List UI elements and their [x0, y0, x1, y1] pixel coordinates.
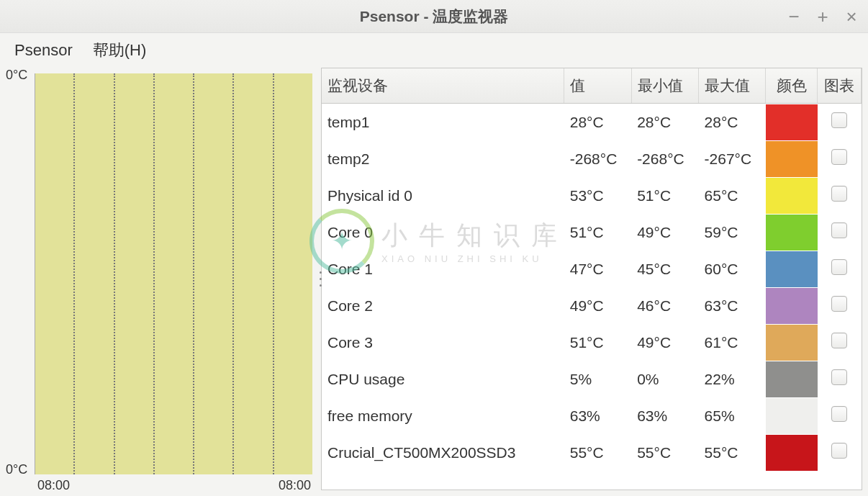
chart-grid-column	[234, 73, 273, 474]
color-swatch[interactable]	[766, 178, 818, 214]
header-sensor[interactable]: 监视设备	[322, 68, 564, 104]
content-area: 0°C 0°C 08:00 08:00	[0, 68, 868, 496]
table-row[interactable]: Physical id 053°C51°C65°C	[322, 177, 862, 214]
maximize-button[interactable]: +	[815, 9, 831, 24]
cell-value: 53°C	[564, 177, 631, 214]
close-button[interactable]: ×	[844, 9, 859, 24]
chart-grid-column	[75, 73, 114, 474]
cell-color[interactable]	[766, 361, 818, 397]
chart-body: 0°C 0°C 08:00 08:00	[6, 68, 317, 490]
table-row[interactable]: temp128°C28°C28°C	[322, 104, 862, 141]
cell-max: 63°C	[699, 287, 766, 324]
cell-value: 63%	[564, 397, 631, 434]
chart-checkbox[interactable]	[831, 222, 847, 238]
cell-color[interactable]	[766, 251, 818, 287]
chart-checkbox[interactable]	[831, 149, 847, 165]
menu-help[interactable]: 帮助(H)	[83, 34, 157, 67]
chart-grid-column	[194, 73, 234, 474]
cell-min: -268°C	[631, 140, 698, 177]
chart-checkbox[interactable]	[831, 443, 847, 459]
cell-min: 49°C	[631, 324, 698, 361]
x-axis-left-label: 08:00	[37, 478, 70, 493]
cell-min: 46°C	[631, 287, 698, 324]
cell-color[interactable]	[766, 287, 818, 324]
color-swatch[interactable]	[766, 104, 818, 140]
table-row[interactable]: free memory63%63%65%	[322, 397, 862, 434]
cell-color[interactable]	[766, 104, 818, 141]
pane-divider-handle[interactable]	[318, 270, 322, 289]
color-swatch[interactable]	[766, 398, 818, 434]
cell-max: 61°C	[699, 324, 766, 361]
cell-color[interactable]	[766, 397, 818, 434]
header-min[interactable]: 最小值	[631, 68, 698, 104]
x-axis-right-label: 08:00	[279, 478, 311, 493]
cell-color[interactable]	[766, 177, 818, 214]
chart-grid-column	[155, 73, 194, 474]
header-max[interactable]: 最大值	[699, 68, 766, 104]
cell-min: 28°C	[631, 104, 698, 141]
chart-checkbox[interactable]	[831, 112, 847, 128]
menubar: Psensor 帮助(H)	[0, 33, 868, 68]
sensor-table: 监视设备 值 最小值 最大值 颜色 图表 temp128°C28°C28°Cte…	[322, 68, 862, 471]
table-row[interactable]: temp2-268°C-268°C-267°C	[322, 140, 862, 177]
cell-chart	[818, 434, 862, 471]
cell-max: -267°C	[699, 140, 766, 177]
window-controls: − + ×	[786, 0, 859, 32]
cell-min: 49°C	[631, 214, 698, 251]
chart-grid-column	[115, 73, 155, 474]
chart-checkbox[interactable]	[831, 296, 847, 312]
cell-max: 22%	[699, 361, 766, 397]
header-color[interactable]: 颜色	[766, 68, 818, 104]
color-swatch[interactable]	[766, 251, 818, 287]
color-swatch[interactable]	[766, 215, 818, 251]
cell-sensor-name: free memory	[322, 397, 564, 434]
table-row[interactable]: Crucial_CT500MX200SSD355°C55°C55°C	[322, 434, 862, 471]
cell-color[interactable]	[766, 434, 818, 471]
cell-min: 63%	[631, 397, 698, 434]
color-swatch[interactable]	[766, 361, 818, 397]
color-swatch[interactable]	[766, 435, 818, 471]
cell-min: 0%	[631, 361, 698, 397]
color-swatch[interactable]	[766, 141, 818, 177]
chart-grid-column	[35, 73, 75, 474]
table-row[interactable]: Core 351°C49°C61°C	[322, 324, 862, 361]
cell-max: 65%	[699, 397, 766, 434]
chart-pane: 0°C 0°C 08:00 08:00	[6, 68, 317, 490]
cell-sensor-name: Physical id 0	[322, 177, 564, 214]
window-title: Psensor - 温度监视器	[360, 6, 509, 27]
cell-sensor-name: temp1	[322, 104, 564, 141]
chart-checkbox[interactable]	[831, 369, 847, 385]
cell-chart	[818, 140, 862, 177]
minimize-button[interactable]: −	[786, 9, 802, 24]
chart-checkbox[interactable]	[831, 406, 847, 422]
chart-checkbox[interactable]	[831, 259, 847, 275]
chart-checkbox[interactable]	[831, 333, 847, 348]
cell-value: 51°C	[564, 324, 631, 361]
app-window: Psensor - 温度监视器 − + × Psensor 帮助(H) 0°C …	[0, 0, 868, 496]
cell-sensor-name: CPU usage	[322, 361, 564, 397]
header-chart[interactable]: 图表	[818, 68, 862, 104]
table-row[interactable]: Core 051°C49°C59°C	[322, 214, 862, 251]
table-row[interactable]: CPU usage5%0%22%	[322, 361, 862, 397]
color-swatch[interactable]	[766, 325, 818, 361]
header-value[interactable]: 值	[564, 68, 631, 104]
table-row[interactable]: Core 147°C45°C60°C	[322, 251, 862, 287]
titlebar: Psensor - 温度监视器 − + ×	[0, 0, 868, 33]
sensor-table-pane: 监视设备 值 最小值 最大值 颜色 图表 temp128°C28°C28°Cte…	[321, 68, 862, 490]
cell-color[interactable]	[766, 214, 818, 251]
cell-value: 51°C	[564, 214, 631, 251]
cell-chart	[818, 361, 862, 397]
chart-plot	[35, 73, 312, 474]
cell-max: 59°C	[699, 214, 766, 251]
y-axis-top-label: 0°C	[6, 68, 27, 83]
chart-grid-column	[274, 73, 312, 474]
chart-checkbox[interactable]	[831, 186, 847, 202]
cell-value: 28°C	[564, 104, 631, 141]
cell-color[interactable]	[766, 140, 818, 177]
cell-color[interactable]	[766, 324, 818, 361]
menu-psensor[interactable]: Psensor	[4, 35, 83, 66]
cell-value: 47°C	[564, 251, 631, 287]
color-swatch[interactable]	[766, 288, 818, 324]
cell-min: 55°C	[631, 434, 698, 471]
table-row[interactable]: Core 249°C46°C63°C	[322, 287, 862, 324]
